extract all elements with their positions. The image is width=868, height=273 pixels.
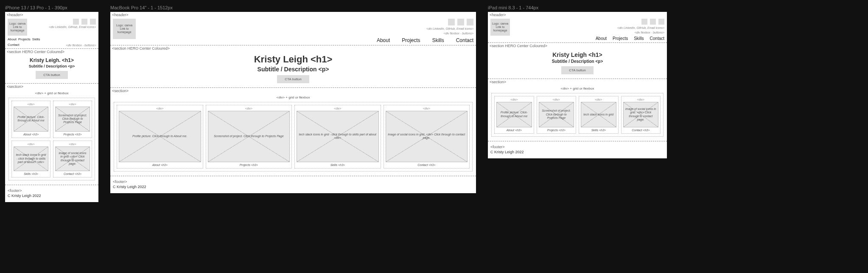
tag-hero: <section HERO Center Coloured>: [5, 49, 98, 55]
card-skills[interactable]: <div> tech stack icons in grid Skills <h…: [579, 96, 619, 134]
footer-text: C Kristy Leigh 2022: [113, 185, 473, 189]
hero-title: Kristy Leigh. <h1>: [7, 57, 97, 63]
tag-hero: <section HERO Center Coloured>: [488, 43, 667, 49]
nav-about[interactable]: About: [377, 37, 390, 43]
email-icon[interactable]: [90, 19, 96, 25]
nav-contact[interactable]: Contact: [650, 36, 664, 41]
card-contact[interactable]: <div> image of social icons in grid. <di…: [384, 105, 470, 169]
tag-section: <section>: [110, 88, 476, 94]
github-icon[interactable]: [650, 19, 656, 25]
hero-subtitle: Subtitle / Description <p>: [7, 64, 97, 68]
grid-note: <div> + grid or flexbox: [114, 96, 473, 99]
tag-section: <section>: [488, 79, 667, 85]
nav: About Projects Skills Contact: [377, 37, 473, 43]
tag-hero: <section HERO Center Coloured>: [110, 45, 476, 51]
nav-caption: <div flexbox - buttons>: [66, 44, 96, 47]
nav-projects[interactable]: Projects: [18, 37, 31, 41]
nav-contact[interactable]: Contact: [456, 37, 473, 43]
card-projects[interactable]: <div> Screenshot of project. Click-throu…: [53, 101, 92, 138]
cta-button[interactable]: CTA button: [36, 71, 67, 79]
frame-label-phone: iPhone 13 / 13 Pro - 1 - 390px: [5, 5, 98, 10]
card-about[interactable]: <div> Profile picture. Click-through to …: [117, 105, 203, 169]
nav-projects[interactable]: Projects: [402, 37, 420, 43]
frame-label-tablet: iPad mini 8.3 - 1 - 744px: [488, 5, 667, 10]
github-icon[interactable]: [81, 19, 87, 25]
tag-header: <header>: [5, 12, 98, 18]
nav: About Projects Skills Contact: [8, 37, 47, 47]
hero-subtitle: Subtitle / Description <p>: [490, 59, 665, 64]
tag-header: <header>: [488, 12, 667, 18]
nav-about[interactable]: About: [8, 37, 17, 41]
frame-label-desktop: MacBook Pro 14" - 1 - 1512px: [110, 5, 476, 10]
social-caption: <div LinkedIn, GitHub, Email icons>: [426, 27, 473, 30]
card-contact[interactable]: <div> image of social icons in grid. <di…: [621, 96, 661, 134]
hero-title: Kristy Leigh <h1>: [112, 54, 474, 65]
nav: About Projects Skills Contact: [596, 36, 664, 41]
logo[interactable]: Logo: canva Link to homepage: [490, 19, 510, 36]
hero-subtitle: Subtitle / Description <p>: [112, 66, 474, 73]
card-contact[interactable]: <div> image of social icons in grid. <di…: [53, 141, 92, 178]
social-caption: <div LinkedIn, GitHub, Email icons>: [617, 26, 664, 29]
tag-footer: <footer>: [490, 144, 664, 150]
logo[interactable]: Logo: canva Link to homepage: [8, 19, 27, 36]
card-skills[interactable]: <div> tech stack icons in grid - click t…: [11, 141, 50, 178]
nav-caption: <div flexbox - buttons>: [635, 31, 664, 34]
frame-phone: <header> Logo: canva Link to homepage <d…: [5, 12, 98, 202]
logo[interactable]: Logo: canva Link to homepage: [113, 19, 136, 39]
grid-note: <div> + grid or flexbox: [8, 91, 95, 95]
tag-footer: <footer>: [8, 188, 96, 194]
nav-about[interactable]: About: [596, 36, 607, 41]
card-projects[interactable]: <div> Screenshot of project. Click-throu…: [206, 105, 292, 169]
nav-contact[interactable]: Contact: [8, 43, 20, 47]
footer-text: C Kristy Leigh 2022: [490, 150, 664, 154]
frame-desktop: <header> Logo: canva Link to homepage <d…: [110, 12, 476, 193]
nav-skills[interactable]: Skills: [634, 36, 644, 41]
footer-text: C Kristy Leigh 2022: [8, 194, 96, 198]
linkedin-icon[interactable]: [641, 19, 647, 25]
linkedin-icon[interactable]: [73, 19, 79, 25]
tag-header: <header>: [110, 12, 476, 18]
card-projects[interactable]: <div> Screenshot of project. Click-throu…: [537, 96, 577, 134]
email-icon[interactable]: [467, 19, 473, 25]
linkedin-icon[interactable]: [448, 19, 455, 25]
cta-button[interactable]: CTA button: [561, 66, 593, 74]
card-about[interactable]: <div> Profile picture. Click-through to …: [11, 101, 50, 138]
tag-section: <section>: [5, 84, 98, 90]
nav-projects[interactable]: Projects: [613, 36, 628, 41]
card-skills[interactable]: <div> tech stack icons in grid - click t…: [294, 105, 381, 169]
nav-caption: <div flexbox - buttons>: [444, 32, 473, 35]
hero-title: Kristy Leigh <h1>: [490, 51, 665, 58]
cta-button[interactable]: CTA button: [277, 75, 309, 83]
nav-skills[interactable]: Skills: [432, 37, 444, 43]
grid-note: <div> + grid or flexbox: [491, 87, 664, 90]
github-icon[interactable]: [457, 19, 464, 25]
social-caption: <div LinkedIn, GitHub, Email icons>: [49, 25, 96, 28]
card-about[interactable]: <div> Profile picture. Click-through to …: [494, 96, 534, 134]
frame-tablet: <header> Logo: canva Link to homepage <d…: [488, 12, 667, 158]
nav-skills[interactable]: Skills: [32, 37, 40, 41]
email-icon[interactable]: [658, 19, 664, 25]
tag-footer: <footer>: [113, 179, 473, 185]
